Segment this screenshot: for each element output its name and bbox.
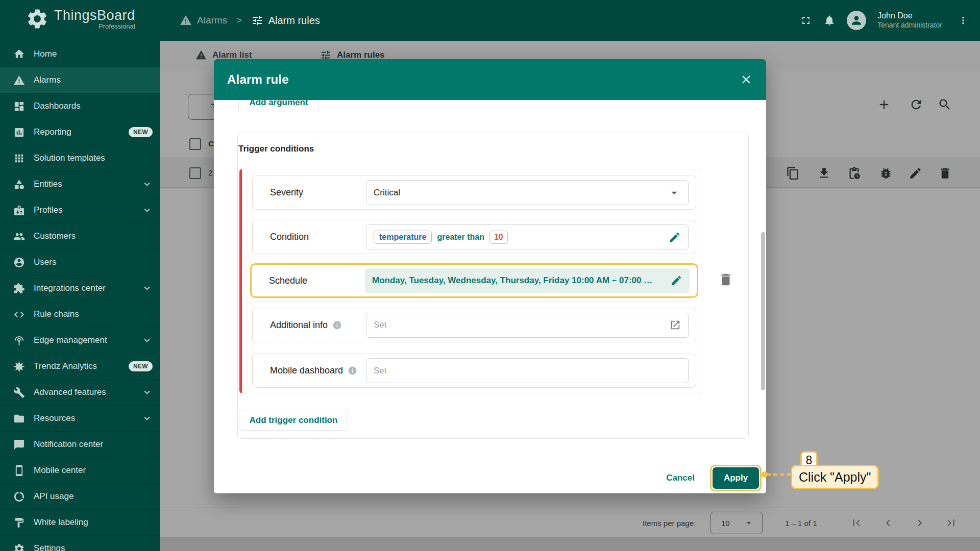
- chevron-down-icon: [141, 205, 153, 216]
- sidebar-item-mobile-center[interactable]: Mobile center: [0, 457, 160, 483]
- mobile-dashboard-placeholder: Set: [374, 366, 387, 376]
- sidebar-item-advanced-features[interactable]: Advanced features: [0, 379, 160, 405]
- chevron-down-icon: [141, 413, 153, 424]
- apply-highlight-ring: Apply: [710, 465, 762, 491]
- schedule-value: Monday, Tuesday, Wednesday, Thursday, Fr…: [372, 276, 652, 286]
- sidebar-item-api-usage[interactable]: API usage: [0, 483, 160, 509]
- sidebar-item-label: White labeling: [34, 517, 153, 528]
- sidebar-item-label: Customers: [34, 231, 153, 241]
- condition-value-box[interactable]: temperature greater than 10: [366, 224, 689, 249]
- notification-icon: [13, 439, 25, 450]
- sidebar-item-label: Alarms: [34, 75, 153, 85]
- edit-condition-icon[interactable]: [669, 231, 681, 243]
- dialog-footer: Cancel Apply: [214, 462, 766, 493]
- mobile-dashboard-row: Mobile dashboard Set: [252, 354, 696, 388]
- thingsboard-logo[interactable]: ThingsBoard Professional: [26, 7, 135, 31]
- sidebar-item-resources[interactable]: Resources: [0, 405, 160, 431]
- sidebar-item-rule-chains[interactable]: Rule chains: [0, 301, 160, 327]
- sidebar-item-label: API usage: [34, 491, 153, 502]
- breadcrumb-alarms[interactable]: Alarms: [197, 15, 227, 26]
- edit-schedule-icon[interactable]: [670, 274, 682, 287]
- avatar[interactable]: [847, 11, 866, 30]
- mobile-dashboard-label: Mobile dashboard: [270, 365, 343, 376]
- tune-icon: [251, 14, 263, 27]
- reporting-icon: [13, 127, 25, 138]
- schedule-label: Schedule: [269, 276, 307, 286]
- additional-info-placeholder: Set: [374, 320, 387, 330]
- dialog-title: Alarm rule: [227, 72, 289, 87]
- sidebar-item-entities[interactable]: Entities: [0, 171, 160, 197]
- condition-argument-chip: temperature: [374, 231, 432, 244]
- breadcrumb-separator: >: [232, 15, 246, 26]
- chevron-down-icon: [141, 387, 153, 398]
- sidebar-item-home[interactable]: Home: [0, 41, 160, 67]
- api-icon: [13, 491, 25, 503]
- open-in-new-icon[interactable]: [670, 319, 681, 331]
- sidebar-item-trendz-analytics[interactable]: Trendz Analytics NEW: [0, 353, 160, 379]
- new-badge: NEW: [129, 361, 153, 371]
- advanced-icon: [13, 387, 25, 398]
- profiles-icon: [13, 205, 25, 216]
- sidebar-item-label: Advanced features: [34, 387, 141, 397]
- topbar: ThingsBoard Professional Alarms > Alarm …: [0, 0, 980, 41]
- apply-button[interactable]: Apply: [713, 467, 759, 489]
- dialog-scrollbar[interactable]: [761, 232, 765, 390]
- sidebar: Home Alarms Dashboards Reporting NEW Sol…: [0, 41, 160, 551]
- additional-info-label: Additional info: [270, 320, 328, 331]
- sidebar-item-alarms[interactable]: Alarms: [0, 67, 160, 93]
- resources-icon: [13, 413, 25, 424]
- person-icon: [850, 14, 863, 27]
- trigger-condition-card: Severity Critical Condition temperature …: [239, 169, 701, 393]
- integrations-icon: [13, 283, 25, 294]
- condition-operator: greater than: [437, 233, 484, 242]
- chevron-down-icon: [141, 179, 153, 190]
- sidebar-item-users[interactable]: Users: [0, 249, 160, 275]
- sidebar-item-label: Profiles: [34, 205, 141, 215]
- severity-row: Severity Critical: [252, 176, 696, 210]
- home-icon: [13, 48, 25, 60]
- sidebar-item-edge-management[interactable]: Edge management: [0, 327, 160, 353]
- add-trigger-condition-button[interactable]: Add trigger condition: [239, 410, 348, 431]
- fullscreen-icon[interactable]: [800, 14, 812, 27]
- thingsboard-logo-icon: [26, 7, 49, 31]
- rule-chains-icon: [13, 309, 25, 320]
- breadcrumb: Alarms > Alarm rules: [180, 0, 320, 41]
- sidebar-item-label: Trendz Analytics: [34, 361, 129, 371]
- more-menu-icon[interactable]: [958, 15, 969, 26]
- condition-row: Condition temperature greater than 10: [252, 220, 696, 254]
- severity-select[interactable]: Critical: [366, 180, 689, 205]
- sidebar-item-customers[interactable]: Customers: [0, 223, 160, 249]
- sidebar-item-integrations-center[interactable]: Integrations center: [0, 275, 160, 301]
- sidebar-item-label: Settings: [34, 543, 153, 551]
- sidebar-item-label: Edge management: [34, 335, 141, 345]
- additional-info-input[interactable]: Set: [366, 313, 689, 338]
- breadcrumb-alarm-rules: Alarm rules: [268, 15, 320, 27]
- sidebar-item-label: Reporting: [34, 127, 129, 137]
- sidebar-item-label: Integrations center: [34, 283, 141, 293]
- close-icon[interactable]: [740, 73, 753, 86]
- additional-info-row: Additional info Set: [252, 308, 696, 342]
- sidebar-item-label: Notification center: [34, 439, 153, 449]
- delete-condition-icon[interactable]: [718, 272, 733, 287]
- sidebar-item-dashboards[interactable]: Dashboards: [0, 93, 160, 119]
- sidebar-item-profiles[interactable]: Profiles: [0, 197, 160, 223]
- logo-title: ThingsBoard: [54, 8, 135, 23]
- thingsboard-app: ThingsBoard Professional Alarms > Alarm …: [0, 0, 980, 551]
- sidebar-item-notification-center[interactable]: Notification center: [0, 431, 160, 457]
- sidebar-item-reporting[interactable]: Reporting NEW: [0, 119, 160, 145]
- dashboards-icon: [13, 101, 25, 112]
- customers-icon: [13, 231, 25, 242]
- sidebar-item-settings[interactable]: Settings: [0, 535, 160, 551]
- sidebar-item-solution-templates[interactable]: Solution templates: [0, 145, 160, 171]
- settings-icon: [13, 543, 25, 551]
- chevron-down-icon: [141, 335, 153, 346]
- alarm-rule-dialog: Add argument Alarm rule Trigger conditio…: [214, 59, 766, 493]
- white-label-icon: [13, 517, 25, 529]
- mobile-dashboard-input[interactable]: Set: [366, 358, 689, 383]
- sidebar-item-white-labeling[interactable]: White labeling: [0, 509, 160, 535]
- schedule-value-box[interactable]: Monday, Tuesday, Wednesday, Thursday, Fr…: [365, 268, 690, 293]
- cancel-button[interactable]: Cancel: [666, 473, 695, 483]
- sidebar-item-label: Rule chains: [34, 309, 153, 319]
- notifications-bell-icon[interactable]: [823, 14, 836, 27]
- warning-icon: [13, 74, 25, 86]
